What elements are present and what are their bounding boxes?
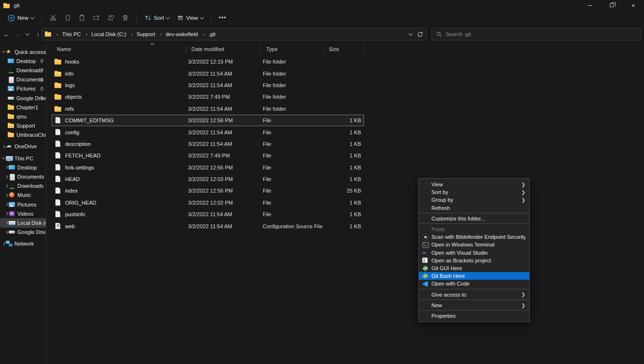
sidebar-item[interactable]: Quick access <box>0 47 46 56</box>
search-input[interactable] <box>445 31 636 37</box>
context-menu-item[interactable]: Give access to ❯ <box>419 290 529 298</box>
context-menu-item[interactable]: New ❯ <box>419 301 529 309</box>
see-more-button[interactable]: ••• <box>215 12 230 24</box>
context-menu-item[interactable]: Open as Brackets project ❯ <box>419 257 529 264</box>
tree-expander-icon[interactable] <box>1 145 6 148</box>
copy-button[interactable] <box>60 12 75 24</box>
context-menu-item[interactable]: Open in Windows Terminal ❯ <box>419 241 529 248</box>
breadcrumb-segment[interactable]: Local Disk (C:) <box>82 31 127 38</box>
file-size: 1 KB <box>323 223 364 229</box>
tree-expander-icon[interactable] <box>1 51 6 52</box>
sidebar-item[interactable]: Documents <box>0 75 46 84</box>
sidebar-item[interactable]: OneDrive <box>0 142 46 151</box>
tree-expander-icon[interactable] <box>4 185 9 187</box>
view-button[interactable]: View <box>173 12 207 24</box>
paste-button[interactable] <box>75 12 89 24</box>
delete-button[interactable] <box>118 12 133 24</box>
column-header[interactable]: Size <box>323 44 364 54</box>
breadcrumb-segment[interactable]: Support <box>127 31 156 38</box>
tree-expander-icon[interactable] <box>4 176 9 178</box>
tree-expander-icon[interactable] <box>4 166 9 169</box>
column-header[interactable]: Name <box>52 44 186 54</box>
context-menu-item[interactable]: Refresh ❯ <box>419 204 529 212</box>
tree-expander-icon[interactable] <box>4 203 9 206</box>
file-row[interactable]: hooks 3/2/2022 12:15 PM File folder <box>52 56 364 67</box>
sidebar-item[interactable]: Music <box>0 191 46 200</box>
sidebar-item[interactable]: Desktop <box>0 56 46 65</box>
file-row[interactable]: ORIG_HEAD 3/2/2022 12:02 PM File 1 KB <box>52 197 364 208</box>
tree-expander-icon[interactable] <box>4 212 9 215</box>
context-menu-item[interactable]: Open with Visual Studio ❯ <box>419 249 529 257</box>
context-menu-item[interactable]: Paste ❯ <box>419 225 529 233</box>
breadcrumb-segment[interactable]: .git <box>199 31 216 38</box>
refresh-icon[interactable] <box>417 31 423 38</box>
address-bar[interactable]: This PCLocal Disk (C:)Supportdev-wakefie… <box>41 28 427 40</box>
sidebar-item[interactable]: Support <box>0 121 46 130</box>
file-row[interactable]: config 3/2/2022 11:54 AM File 1 KB <box>52 126 364 138</box>
file-row[interactable]: index 3/2/2022 12:56 PM File 25 KB <box>52 185 364 196</box>
sidebar-item[interactable]: Google Drive (G:) <box>0 93 46 103</box>
sidebar-item[interactable]: Pictures <box>0 200 46 209</box>
context-menu-item[interactable]: Properties ❯ <box>419 312 529 320</box>
file-row[interactable]: description 3/2/2022 11:54 AM File 1 KB <box>52 138 364 150</box>
file-row[interactable]: logs 3/2/2022 11:54 AM File folder <box>52 79 364 91</box>
tree-expander-icon[interactable] <box>4 194 9 196</box>
file-row[interactable]: info 3/2/2022 11:54 AM File folder <box>52 67 364 79</box>
sidebar-item[interactable]: Chapter1 <box>0 103 46 112</box>
maximize-restore-button[interactable] <box>601 0 622 11</box>
file-row[interactable]: COMMIT_EDITMSG 3/2/2022 12:56 PM File 1 … <box>52 115 364 126</box>
context-menu-item[interactable]: Group by ❯ <box>419 196 529 204</box>
context-menu-item[interactable]: Git Bash Here ❯ <box>419 272 529 280</box>
breadcrumb-segment[interactable]: This PC <box>53 31 82 38</box>
minimize-button[interactable] <box>579 0 601 11</box>
context-menu-item[interactable]: ❯ <box>419 310 529 311</box>
column-header[interactable]: Date modified <box>186 44 260 54</box>
sidebar-item[interactable]: Downloads <box>0 182 46 191</box>
file-row[interactable]: pushinfo 3/2/2022 11:54 AM File 1 KB <box>52 208 364 220</box>
address-dropdown-icon[interactable] <box>409 32 413 36</box>
file-row[interactable]: refs 3/2/2022 11:54 AM File folder <box>52 103 364 115</box>
search-box[interactable] <box>431 28 641 40</box>
sidebar-item[interactable]: Documents <box>0 172 46 181</box>
sidebar-item[interactable]: Google Drive (G:) <box>0 228 46 237</box>
tree-expander-icon[interactable] <box>1 243 6 245</box>
file-row[interactable]: FETCH_HEAD 3/2/2022 7:49 PM File 1 KB <box>52 150 364 161</box>
sidebar-item[interactable]: UmbracoCloudClon <box>0 130 46 140</box>
breadcrumb-segment[interactable]: dev-wakefield <box>156 31 199 38</box>
context-menu-item[interactable]: View ❯ <box>419 181 529 188</box>
context-menu-item[interactable]: Sort by ❯ <box>419 188 529 196</box>
file-row[interactable]: objects 3/2/2022 7:49 PM File folder <box>52 91 364 103</box>
sidebar-item[interactable]: Videos <box>0 209 46 218</box>
file-row[interactable]: web 3/2/2022 11:54 AM Configuration Sour… <box>52 220 364 232</box>
file-row[interactable]: fork-settings 3/2/2022 12:56 PM File 1 K… <box>52 162 364 173</box>
share-button[interactable] <box>104 12 118 24</box>
sidebar-item[interactable]: Network <box>0 239 46 248</box>
file-row[interactable]: HEAD 3/2/2022 12:03 PM File 1 KB <box>52 173 364 185</box>
tree-expander-icon[interactable] <box>4 231 9 234</box>
forward-button[interactable]: → <box>12 28 22 40</box>
context-menu-item[interactable]: Open with Code ❯ <box>419 280 529 287</box>
recent-locations-button[interactable] <box>22 28 33 40</box>
context-menu-item[interactable]: Git GUI Here ❯ <box>419 264 529 272</box>
column-header[interactable]: Type <box>260 44 323 54</box>
new-button[interactable]: New <box>4 12 38 24</box>
context-menu-item[interactable]: ❯ <box>419 289 529 289</box>
rename-button[interactable] <box>89 12 104 24</box>
cut-button[interactable] <box>46 12 60 24</box>
context-menu-item[interactable]: ❯ <box>419 213 529 213</box>
context-menu-item[interactable]: Customize this folder... ❯ <box>419 215 529 222</box>
sidebar-item[interactable]: qmu <box>0 112 46 121</box>
sort-button[interactable]: Sort <box>141 12 173 24</box>
back-button[interactable]: ← <box>1 28 12 40</box>
sidebar-item[interactable]: This PC <box>0 154 46 163</box>
close-button[interactable]: × <box>622 0 644 11</box>
sidebar-item[interactable]: Downloads <box>0 65 46 75</box>
sidebar-item[interactable]: Pictures <box>0 84 46 93</box>
context-menu-item[interactable]: ❯ <box>419 299 529 300</box>
sidebar-item[interactable]: Desktop <box>0 163 46 172</box>
context-menu-item[interactable]: Scan with Bitdefender Endpoint Security … <box>419 233 529 241</box>
sidebar-item[interactable]: Local Disk (C:) <box>0 218 46 227</box>
tree-expander-icon[interactable] <box>4 221 9 224</box>
tree-expander-icon[interactable] <box>1 157 6 159</box>
context-menu-item[interactable]: ❯ <box>419 223 529 224</box>
